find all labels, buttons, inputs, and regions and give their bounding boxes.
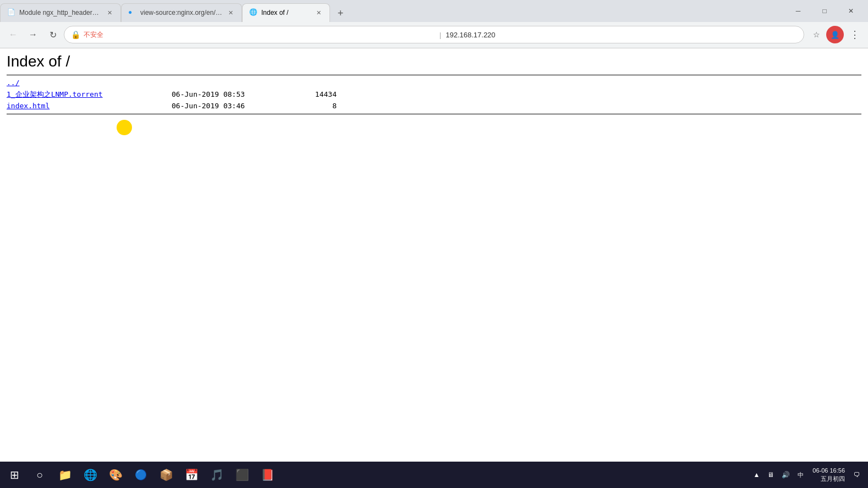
tab3-close[interactable]: ✕ xyxy=(314,8,323,17)
taskbar-calendar[interactable]: 📅 xyxy=(179,464,204,486)
tab2-close[interactable]: ✕ xyxy=(226,8,235,17)
taskbar-chrome[interactable]: 🔵 xyxy=(129,464,153,486)
file-link-index[interactable]: index.html xyxy=(7,102,50,110)
nav-bar: ← → ↻ 🔒 不安全 | 192.168.17.220 ☆ 👤 ⋮ xyxy=(0,22,868,48)
ime-btn[interactable]: 中 xyxy=(794,464,807,486)
address-separator: | xyxy=(440,31,441,39)
file-link-parent[interactable]: ../ xyxy=(7,79,19,87)
store-icon: 📦 xyxy=(160,468,173,481)
paint-icon: 🎨 xyxy=(109,468,123,481)
network-icon-btn[interactable]: 🖥 xyxy=(764,464,777,486)
file-size-index: 8 xyxy=(282,101,337,112)
ime-icon: 中 xyxy=(798,471,804,479)
taskbar-right: ▲ 🖥 🔊 中 06-06 16:56 五月初四 🗨 xyxy=(750,464,866,486)
search-icon: ○ xyxy=(36,469,43,481)
browser-chrome: 📄 Module ngx_http_headers_m... ✕ ● view-… xyxy=(0,0,868,48)
taskbar: ⊞ ○ 📁 🌐 🎨 🔵 📦 📅 🎵 ⬛ 📕 ▲ 🖥 🔊 xyxy=(0,462,868,488)
network-icon: 🖥 xyxy=(767,471,774,479)
tab3-favicon: 🌐 xyxy=(249,8,258,17)
bottom-divider xyxy=(7,114,861,114)
bookmark-button[interactable]: ☆ xyxy=(809,27,824,42)
start-icon: ⊞ xyxy=(10,468,19,481)
tab2-favicon: ● xyxy=(128,8,137,17)
volume-btn[interactable]: 🔊 xyxy=(778,464,793,486)
file-explorer-icon: 📁 xyxy=(58,468,72,481)
taskbar-file-explorer[interactable]: 📁 xyxy=(53,464,77,486)
tab3-label: Index of / xyxy=(261,9,311,16)
chrome-icon: 🔵 xyxy=(135,469,147,481)
chevron-up-icon: ▲ xyxy=(753,471,760,479)
top-divider xyxy=(7,75,861,75)
file-row-parent: ../ xyxy=(7,77,861,89)
taskbar-store[interactable]: 📦 xyxy=(154,464,178,486)
start-button[interactable]: ⊞ xyxy=(2,464,26,486)
page-title: Index of / xyxy=(7,53,861,70)
tab-3[interactable]: 🌐 Index of / ✕ xyxy=(242,3,330,22)
tab1-label: Module ngx_http_headers_m... xyxy=(19,9,102,16)
file-date-torrent: 06-Jun-2019 08:53 xyxy=(172,89,282,101)
file-name-parent: ../ xyxy=(7,77,172,89)
file-date-index: 06-Jun-2019 03:46 xyxy=(172,101,282,112)
terminal-icon: ⬛ xyxy=(235,468,249,481)
tab1-favicon: 📄 xyxy=(7,8,16,17)
pdf-icon: 📕 xyxy=(261,468,274,481)
file-row-index: index.html 06-Jun-2019 03:46 8 xyxy=(7,101,861,112)
file-name-torrent: 1_企业架构之LNMP.torrent xyxy=(7,89,172,101)
security-label: 不安全 xyxy=(84,30,435,40)
security-icon: 🔒 xyxy=(71,30,80,39)
file-name-index: index.html xyxy=(7,101,172,112)
page-content: Index of / ../ 1_企业架构之LNMP.torrent 06-Ju… xyxy=(0,48,868,462)
show-hidden-icons[interactable]: ▲ xyxy=(750,464,763,486)
taskbar-clock[interactable]: 06-06 16:56 五月初四 xyxy=(808,467,849,484)
url-display: 192.168.17.220 xyxy=(446,31,797,39)
media-icon: 🎵 xyxy=(210,468,224,481)
tab1-close[interactable]: ✕ xyxy=(105,8,114,17)
volume-icon: 🔊 xyxy=(782,471,790,479)
clock-time: 06-06 16:56 xyxy=(812,467,845,475)
file-link-torrent[interactable]: 1_企业架构之LNMP.torrent xyxy=(7,90,103,98)
taskbar-terminal[interactable]: ⬛ xyxy=(230,464,254,486)
file-row-torrent: 1_企业架构之LNMP.torrent 06-Jun-2019 08:53 14… xyxy=(7,89,861,101)
address-bar[interactable]: 🔒 不安全 | 192.168.17.220 xyxy=(64,26,804,43)
file-size-torrent: 14434 xyxy=(282,89,337,101)
tab-1[interactable]: 📄 Module ngx_http_headers_m... ✕ xyxy=(0,3,121,22)
taskbar-edge[interactable]: 🌐 xyxy=(78,464,102,486)
cursor-indicator xyxy=(117,120,132,135)
calendar-icon: 📅 xyxy=(185,468,199,481)
tab-2[interactable]: ● view-source:nginx.org/en/doc... ✕ xyxy=(121,3,242,22)
close-button[interactable]: ✕ xyxy=(838,3,864,19)
maximize-button[interactable]: □ xyxy=(812,3,837,19)
address-bar-actions: ☆ xyxy=(809,27,824,42)
window-controls: ─ □ ✕ xyxy=(785,3,864,22)
notification-btn[interactable]: 🗨 xyxy=(850,464,864,486)
reload-button[interactable]: ↻ xyxy=(44,26,62,43)
taskbar-media[interactable]: 🎵 xyxy=(205,464,229,486)
clock-date: 五月初四 xyxy=(812,475,845,483)
tab2-label: view-source:nginx.org/en/doc... xyxy=(140,9,223,16)
new-tab-button[interactable]: + xyxy=(332,5,349,22)
minimize-button[interactable]: ─ xyxy=(785,3,811,19)
back-button[interactable]: ← xyxy=(4,26,22,43)
menu-button[interactable]: ⋮ xyxy=(846,26,864,43)
profile-button[interactable]: 👤 xyxy=(826,26,844,43)
taskbar-search-button[interactable]: ○ xyxy=(28,464,52,486)
file-listing: ../ 1_企业架构之LNMP.torrent 06-Jun-2019 08:5… xyxy=(7,77,861,112)
forward-button[interactable]: → xyxy=(24,26,42,43)
notification-icon: 🗨 xyxy=(854,471,860,479)
edge-icon: 🌐 xyxy=(84,468,97,481)
taskbar-pdf[interactable]: 📕 xyxy=(255,464,279,486)
tab-bar: 📄 Module ngx_http_headers_m... ✕ ● view-… xyxy=(0,0,868,22)
taskbar-paint[interactable]: 🎨 xyxy=(103,464,128,486)
